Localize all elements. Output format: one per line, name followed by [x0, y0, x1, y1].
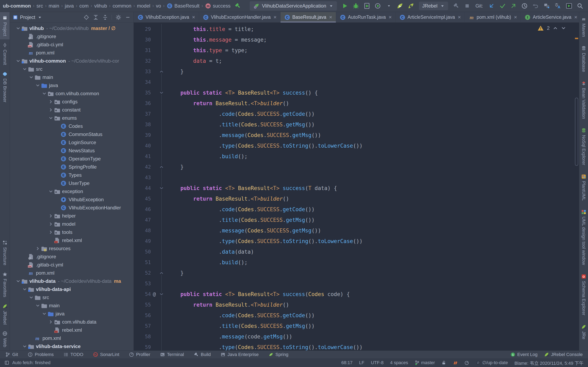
chevron-down-icon[interactable]: [41, 91, 47, 97]
tree-row[interactable]: model: [10, 220, 134, 228]
chevron-right-icon[interactable]: [48, 213, 54, 219]
code-editor[interactable]: 29 this.title = title;30 this.message = …: [134, 23, 579, 350]
code-line[interactable]: 29 this.title = title;: [134, 24, 579, 34]
stripe-item-db-browser[interactable]: DB Browser: [0, 68, 9, 106]
chevron-down-icon[interactable]: [22, 66, 28, 72]
tree-row[interactable]: ESpringProfile: [10, 163, 134, 171]
git-push-icon[interactable]: [510, 2, 517, 9]
code-line[interactable]: 41 .build();: [134, 151, 579, 162]
stop-disabled-icon[interactable]: [464, 2, 471, 9]
code-line[interactable]: 50 .data(data): [134, 247, 579, 257]
tree-row[interactable]: configs: [10, 98, 134, 106]
tree-row[interactable]: exception: [10, 187, 134, 196]
profiler-run-icon[interactable]: [374, 2, 381, 9]
code-line[interactable]: 52 }: [134, 268, 579, 278]
remote-folders-icon[interactable]: [544, 2, 550, 9]
code-content[interactable]: 29 this.title = title;30 this.message = …: [134, 23, 579, 350]
chevron-down-icon[interactable]: [15, 278, 21, 284]
status-segment[interactable]: master: [415, 360, 435, 365]
git-commit-icon[interactable]: [499, 2, 506, 9]
stripe-item-jre[interactable]: JRJRe: [579, 320, 588, 344]
code-line[interactable]: 55 return BaseResult.<T>builder(): [134, 300, 579, 310]
tree-row[interactable]: resources: [10, 244, 134, 253]
run-icon[interactable]: [341, 2, 348, 9]
git-update-icon[interactable]: [488, 2, 495, 9]
run-coverage-icon[interactable]: [363, 2, 370, 9]
tree-row[interactable]: ENewsStatus: [10, 147, 134, 155]
fold-marker-icon[interactable]: [158, 289, 165, 300]
code-line[interactable]: 46 .code(Codes.SUCCESS.getCode()): [134, 204, 579, 215]
status-segment[interactable]: 68:17: [341, 360, 353, 365]
chevron-right-icon[interactable]: [48, 319, 54, 325]
error-stripe[interactable]: [574, 23, 579, 350]
breadcrumb-item[interactable]: CBaseResult: [166, 2, 200, 9]
breadcrumb-item[interactable]: main: [48, 3, 60, 9]
tree-row[interactable]: com.vlihub.common: [10, 90, 134, 98]
collapse-all-icon[interactable]: [102, 15, 108, 20]
stripe-item-uml-design-tool-window[interactable]: UML design tool window: [579, 205, 588, 269]
chevron-down-icon[interactable]: [28, 294, 34, 300]
tree-row[interactable]: tools: [10, 228, 134, 236]
tree-row[interactable]: java: [10, 310, 134, 318]
code-line[interactable]: 44 public static <T> BaseResult<T> succe…: [134, 183, 579, 193]
stripe-item-maven[interactable]: mMaven: [579, 12, 588, 42]
chevron-down-icon[interactable]: [15, 58, 21, 64]
code-line[interactable]: 51 .build();: [134, 257, 579, 268]
tree-row[interactable]: YML.gitlab-ci.yml: [10, 41, 134, 49]
stripe-item-nosql-explorer[interactable]: NoSql Explorer: [579, 124, 588, 170]
chevron-down-icon[interactable]: [15, 25, 21, 31]
toolwindow-button-problems[interactable]: Problems: [28, 352, 54, 357]
tree-row[interactable]: vlihub-data-api: [10, 285, 134, 293]
tree-row[interactable]: .gitignore: [10, 33, 134, 41]
tree-row[interactable]: src: [10, 65, 134, 73]
chevron-down-icon[interactable]: [41, 311, 47, 317]
code-line[interactable]: 32 data = t;: [134, 56, 579, 66]
breadcrumb-item[interactable]: com: [79, 3, 89, 9]
stripe-item-web[interactable]: Web: [0, 328, 9, 350]
editor-tab[interactable]: CAutoRunTask.java×: [336, 12, 396, 22]
tree-row[interactable]: enums: [10, 114, 134, 122]
breadcrumb-item[interactable]: ub-common: [2, 3, 32, 9]
fold-marker-icon[interactable]: [158, 268, 165, 278]
minimize-icon[interactable]: [125, 15, 131, 20]
stripe-item-favorites[interactable]: Favorites: [0, 268, 9, 300]
stripe-item-bean-validation[interactable]: Bean Validation: [579, 76, 588, 124]
chevron-down-icon[interactable]: [28, 74, 34, 80]
code-line[interactable]: 40 .type(Codes.SUCCESS.toString().toLowe…: [134, 141, 579, 151]
code-line[interactable]: 39 .message(Codes.SUCCESS.getMsg()): [134, 130, 579, 141]
editor-tab[interactable]: CBaseResult.java×: [281, 12, 336, 22]
fold-marker-icon[interactable]: [158, 66, 165, 77]
tree-row[interactable]: ECommonStatus: [10, 130, 134, 138]
jr-debug-icon[interactable]: [407, 2, 415, 9]
tree-row[interactable]: EUserType: [10, 179, 134, 187]
stripe-item-jrebel[interactable]: JRJRebel: [0, 300, 9, 328]
breadcrumb-item[interactable]: msuccess: [204, 2, 231, 9]
chevron-down-icon[interactable]: [22, 286, 28, 292]
code-line[interactable]: 43: [134, 172, 579, 183]
code-line[interactable]: 45 return BaseResult.<T>builder(): [134, 193, 579, 204]
stripe-item-database[interactable]: Database: [579, 42, 588, 76]
chevron-right-icon[interactable]: [35, 245, 41, 252]
status-segment[interactable]: ∅∅/up-to-date: [476, 360, 508, 365]
editor-tab[interactable]: CVlihubException.java×: [134, 12, 199, 22]
code-line[interactable]: 42 }: [134, 162, 579, 172]
breadcrumb[interactable]: ub-common›src›main›java›com›vlihub›commo…: [2, 2, 231, 9]
chevron-right-icon[interactable]: [48, 99, 54, 105]
tree-row[interactable]: constant: [10, 106, 134, 114]
status-segment[interactable]: Blame: 韦立 2020/11/24, 5:49 下午: [515, 359, 584, 366]
console-run-icon[interactable]: [566, 2, 572, 9]
breadcrumb-item[interactable]: java: [64, 3, 75, 9]
tree-row[interactable]: java: [10, 81, 134, 90]
stripe-item-schema-explorer[interactable]: OSchema Explorer: [579, 269, 588, 320]
code-line[interactable]: 38 .title(Codes.SUCCESS.getMsg()): [134, 119, 579, 130]
editor-tab[interactable]: CVlihubExceptionHandler.java×: [199, 12, 281, 22]
toolwindow-button-git[interactable]: Git: [5, 352, 18, 357]
inspections-widget[interactable]: 2: [537, 25, 566, 31]
expand-all-icon[interactable]: [93, 15, 99, 20]
code-line[interactable]: 37 .code(Codes.SUCCESS.getCode()): [134, 109, 579, 119]
scrollbar-thumb[interactable]: [575, 98, 578, 166]
code-line[interactable]: 36 return BaseResult.<T>builder(): [134, 98, 579, 109]
status-segment[interactable]: 4 spaces: [390, 360, 408, 365]
translate-icon[interactable]: A: [554, 2, 562, 9]
search-icon[interactable]: [577, 2, 584, 9]
